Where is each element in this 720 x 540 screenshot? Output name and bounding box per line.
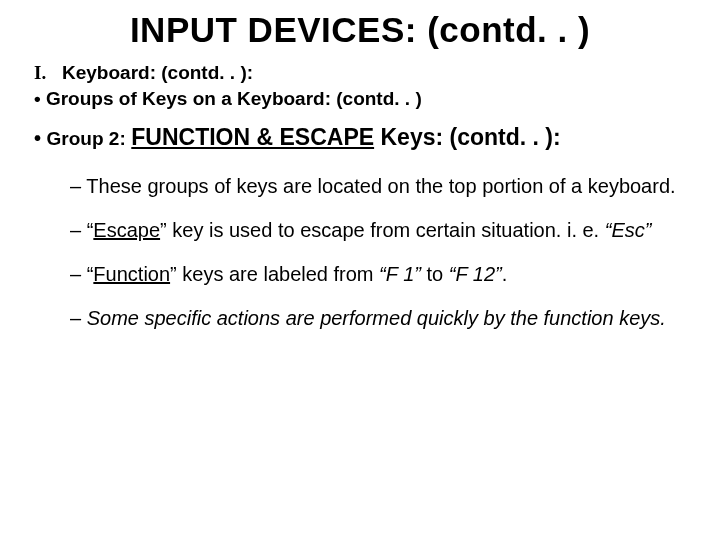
group2-label: Group 2: [47,128,126,149]
f1-label: “F 1” [379,263,421,285]
group2-function-escape: FUNCTION & ESCAPE [131,124,374,150]
slide-title: INPUT DEVICES: (contd. . ) [34,10,686,50]
slide: INPUT DEVICES: (contd. . ) I.Keyboard: (… [0,0,720,540]
heading-text: Keyboard: (contd. . ): [62,62,253,83]
sub-4-text: Some specific actions are performed quic… [87,307,666,329]
term-escape: Escape [93,219,160,241]
heading-marker: I. [34,62,62,84]
bullet-groups-of-keys: Groups of Keys on a Keyboard: (contd. . … [34,88,686,110]
bullet-group-2: Group 2: FUNCTION & ESCAPE Keys: (contd.… [34,124,686,151]
group2-tail: Keys: (contd. . ): [374,124,561,150]
f12-label: “F 12” [449,263,502,285]
sub-1-text: These groups of keys are located on the … [86,175,675,197]
sub-1: – These groups of keys are located on th… [70,165,686,207]
sub-4: – Some specific actions are performed qu… [70,297,686,339]
esc-key-label: “Esc” [605,219,652,241]
sub-bullets: – These groups of keys are located on th… [70,165,686,339]
sub-2: – “Escape” key is used to escape from ce… [70,209,686,251]
term-function: Function [93,263,170,285]
heading-keyboard: I.Keyboard: (contd. . ): [34,62,686,84]
sub-3: – “Function” keys are labeled from “F 1”… [70,253,686,295]
